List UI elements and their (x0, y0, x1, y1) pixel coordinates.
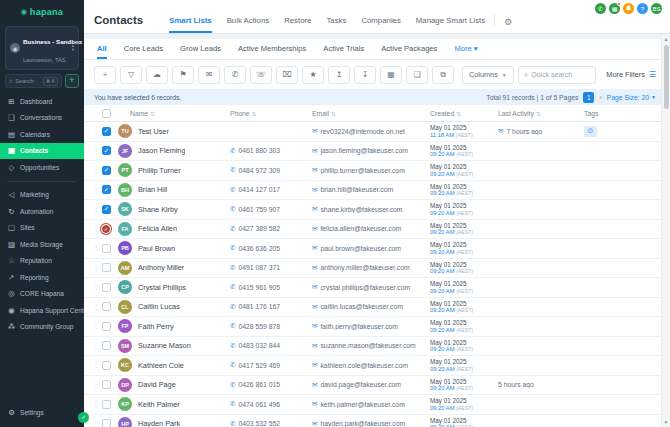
drag-handle-icon[interactable]: ⋮ (90, 381, 102, 389)
row-checkbox[interactable] (102, 380, 111, 389)
contact-name[interactable]: Shane Kirby (138, 205, 178, 214)
contact-email[interactable]: brian.hill@fakeuser.com (320, 186, 393, 193)
contact-email[interactable]: keith.palmer@fakeuser.com (320, 401, 404, 408)
contact-email[interactable]: jason.fleming@fakeuser.com (320, 147, 407, 154)
drag-handle-icon[interactable]: ⋮ (90, 342, 102, 350)
contact-name[interactable]: Faith Perry (138, 322, 174, 331)
tab-companies[interactable]: Companies (361, 16, 400, 33)
phone-icon[interactable]: ✆ (595, 3, 606, 14)
drag-handle-icon[interactable]: ⋮ (90, 420, 102, 427)
contact-email[interactable]: paul.brown@fakeuser.com (320, 245, 401, 252)
contact-phone[interactable]: 0428 559 878 (238, 323, 280, 330)
contact-name[interactable]: Anthony Miller (138, 263, 184, 272)
drag-handle-icon[interactable]: ⋮ (90, 127, 102, 135)
contact-phone[interactable]: 0484 972 309 (238, 167, 280, 174)
sort-icon[interactable]: ⇅ (150, 111, 155, 117)
contact-name[interactable]: Caitlin Lucas (138, 302, 180, 311)
bell-icon[interactable] (623, 3, 634, 14)
contact-phone[interactable]: 0426 861 015 (238, 381, 280, 388)
drag-handle-icon[interactable]: ⋮ (90, 166, 102, 174)
contact-email[interactable]: hayden.park@fakeuser.com (320, 420, 405, 427)
page-size-dropdown[interactable]: Page Size: 20 ▼ (607, 94, 656, 101)
subtab-active-memberships[interactable]: Active Memberships (238, 44, 306, 59)
row-checkbox[interactable] (102, 341, 111, 350)
user-avatar[interactable]: BS (651, 3, 662, 14)
help-icon[interactable]: ? (637, 3, 648, 14)
sort-icon[interactable]: ⇅ (536, 111, 541, 117)
drag-handle-icon[interactable]: ⋮ (90, 322, 102, 330)
contact-email[interactable]: faith.perry@fakeuser.com (320, 323, 398, 330)
contact-name[interactable]: Crystal Phillips (138, 283, 186, 292)
subtab-core-leads[interactable]: Core Leads (124, 44, 163, 59)
sidebar-item-settings[interactable]: ⚙ Settings (0, 405, 84, 422)
call-remove-button[interactable]: ☏ (250, 66, 272, 84)
quick-search-input[interactable] (531, 71, 590, 78)
scroll-down-icon[interactable]: ▼ (664, 418, 669, 427)
drag-handle-icon[interactable]: ⋮ (90, 361, 102, 369)
row-checkbox[interactable]: ✓ (102, 205, 111, 214)
contact-email[interactable]: felicia.allen@fakeuser.com (320, 225, 401, 232)
add-contact-button[interactable]: + (94, 66, 116, 84)
column-header-name[interactable]: Name⇅ (118, 110, 230, 117)
next-page-icon[interactable]: › (599, 94, 601, 101)
subtab-active-packages[interactable]: Active Packages (381, 44, 437, 59)
contact-name[interactable]: Keith Palmer (138, 400, 180, 409)
contact-phone[interactable]: 0414 127 017 (238, 186, 280, 193)
sidebar-item-automation[interactable]: ↻Automation (0, 203, 84, 220)
drag-handle-icon[interactable]: ⋮ (90, 147, 102, 155)
contact-phone[interactable]: 0436 636 205 (238, 245, 280, 252)
contact-email[interactable]: david.page@fakeuser.com (320, 381, 401, 388)
drag-handle-icon[interactable]: ⋮ (90, 244, 102, 252)
drag-handle-icon[interactable]: ⋮ (90, 400, 102, 408)
subtab-more-dropdown[interactable]: More ▾ (454, 44, 477, 59)
row-checkbox[interactable]: ✓ (102, 146, 111, 155)
apps-icon[interactable]: ▦ (609, 3, 620, 14)
contact-email[interactable]: kathleen.cole@fakeuser.com (320, 362, 407, 369)
sidebar-item-media-storage[interactable]: ▨Media Storage (0, 236, 84, 253)
row-checkbox[interactable]: ✓ (102, 127, 111, 136)
scrollbar-thumb[interactable] (664, 45, 669, 109)
tag-view-icon[interactable]: ⊙ (584, 126, 597, 137)
sidebar-item-marketing[interactable]: ◁Marketing (0, 187, 84, 204)
sidebar-item-dashboard[interactable]: ⊞Dashboard (0, 93, 84, 110)
contact-phone[interactable]: 0474 061 496 (238, 401, 280, 408)
sidebar-item-calendars[interactable]: ▤Calendars (0, 126, 84, 143)
contact-email[interactable]: crystal.phillips@fakeuser.com (320, 284, 410, 291)
contact-name[interactable]: Suzanne Mason (138, 341, 191, 350)
contact-email[interactable]: caitlin.lucas@fakeuser.com (320, 303, 402, 310)
sidebar-item-core-hapana[interactable]: ◎CORE Hapana (0, 286, 84, 303)
scroll-up-icon[interactable]: ▲ (664, 35, 669, 44)
merge-button[interactable]: ▦ (380, 66, 402, 84)
contact-email[interactable]: anthony.miller@fakeuser.com (320, 264, 409, 271)
contact-phone[interactable]: 0483 032 844 (238, 342, 280, 349)
more-filters-button[interactable]: More Filters ☰ (606, 70, 656, 79)
contact-phone[interactable]: 0417 529 469 (238, 362, 280, 369)
drag-handle-icon[interactable]: ⋮ (90, 303, 102, 311)
tab-bulk-actions[interactable]: Bulk Actions (227, 16, 269, 33)
column-header-created[interactable]: Created⇅ (430, 110, 498, 117)
sidebar-item-opportunities[interactable]: ◇Opportunities (0, 159, 84, 176)
sms-button[interactable]: ❏ (406, 66, 428, 84)
tab-manage-smart-lists[interactable]: Manage Smart Lists (416, 16, 485, 33)
row-checkbox[interactable] (102, 283, 111, 292)
tab-restore[interactable]: Restore (284, 16, 311, 33)
import-button[interactable]: ↥ (328, 66, 350, 84)
contact-phone[interactable]: 0461 880 303 (238, 147, 280, 154)
page-number-button[interactable]: 1 (583, 92, 594, 103)
row-checkbox[interactable]: ✓ (102, 225, 110, 233)
contact-name[interactable]: Kathleen Cole (138, 361, 184, 370)
contact-name[interactable]: David Page (138, 380, 176, 389)
contact-name[interactable]: Phillip Turner (138, 166, 181, 175)
contact-phone[interactable]: 0491 087 371 (238, 264, 280, 271)
contact-email[interactable]: suzanne.mason@fakeuser.com (320, 342, 415, 349)
business-selector[interactable]: ◉ Business - Sandbox Launceston, TAS ▴▾ (5, 26, 79, 70)
drag-handle-icon[interactable]: ⋮ (90, 283, 102, 291)
sidebar-item-hapana-support-center[interactable]: ◉Hapana Support Center (0, 302, 84, 319)
row-checkbox[interactable] (102, 263, 111, 272)
row-checkbox[interactable]: ✓ (102, 166, 111, 175)
contact-name[interactable]: Jason Fleming (138, 146, 185, 155)
contact-phone[interactable]: 0427 389 582 (238, 225, 280, 232)
vertical-scrollbar[interactable]: ▲ ▼ (661, 35, 670, 427)
columns-dropdown[interactable]: Columns ▼ (462, 66, 514, 84)
chat-widget-badge[interactable]: ✓ (78, 412, 89, 423)
